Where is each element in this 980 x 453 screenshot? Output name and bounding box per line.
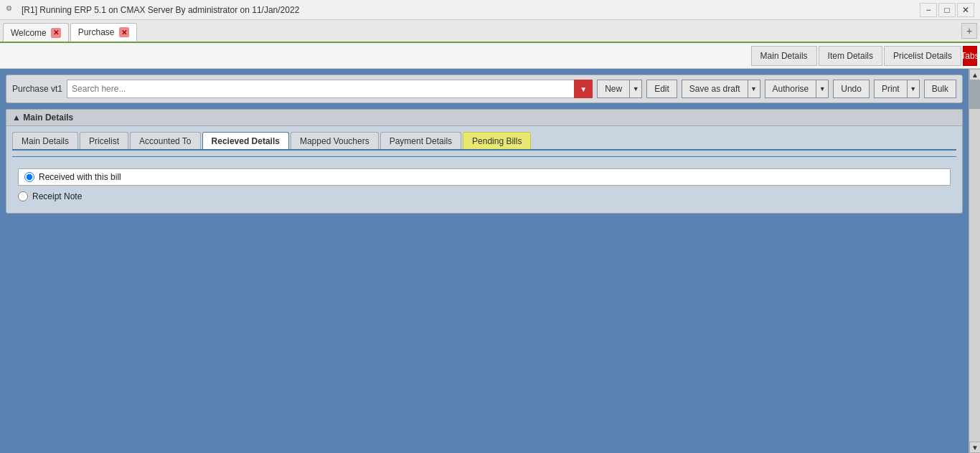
dropdown-arrow-icon: ▼ xyxy=(580,85,587,93)
print-arrow-icon: ▼ xyxy=(910,85,916,92)
content-wrapper: Purchase vt1 ▼ New ▼ Edit Save as draft xyxy=(0,69,969,453)
print-dropdown-arrow[interactable]: ▼ xyxy=(907,80,920,98)
toolbar-tab-tabs[interactable]: Tabs xyxy=(963,46,977,66)
section-header: ▲ Main Details xyxy=(6,109,963,125)
app-icon: ⚙ xyxy=(6,4,17,16)
sub-tab-accounted-to[interactable]: Accounted To xyxy=(130,132,201,149)
tab-purchase-close[interactable]: ✕ xyxy=(119,27,129,37)
authorise-button-group: Authorise ▼ xyxy=(765,80,829,98)
toolbar-tab-tabs-label: Tabs xyxy=(961,51,979,61)
close-button[interactable]: ✕ xyxy=(957,3,974,17)
title-bar-text: [R1] Running ERP 5.1 on CMAX Server By a… xyxy=(22,5,299,15)
search-dropdown-button[interactable]: ▼ xyxy=(574,80,593,98)
inner-panel: Main Details Pricelist Accounted To Reci… xyxy=(6,125,963,214)
new-dropdown-arrow[interactable]: ▼ xyxy=(629,80,642,98)
radio-item-received[interactable]: Received with this bill xyxy=(24,172,121,182)
authorise-button[interactable]: Authorise xyxy=(765,80,816,98)
sub-tab-pricelist[interactable]: Pricelist xyxy=(80,132,128,149)
undo-button[interactable]: Undo xyxy=(833,80,870,98)
tab-add-button[interactable]: + xyxy=(961,23,977,39)
toolbar-tab-main-details[interactable]: Main Details xyxy=(751,46,817,66)
tab-welcome[interactable]: Welcome ✕ xyxy=(3,23,69,42)
authorise-arrow-icon: ▼ xyxy=(819,85,826,92)
section-title: ▲ Main Details xyxy=(12,113,73,123)
tab-purchase-label: Purchase xyxy=(78,27,115,37)
radio-group: Received with this bill Receipt Note xyxy=(12,163,956,207)
tab-purchase[interactable]: Purchase ✕ xyxy=(70,23,137,42)
scrollbar-track xyxy=(969,80,980,442)
tab-bar: Welcome ✕ Purchase ✕ + xyxy=(0,20,980,43)
received-with-bill-row: Received with this bill xyxy=(18,168,951,186)
minimize-button[interactable]: − xyxy=(920,3,937,17)
radio-received-with-bill-label: Received with this bill xyxy=(39,172,121,182)
authorise-dropdown-arrow[interactable]: ▼ xyxy=(816,80,829,98)
sub-tabs: Main Details Pricelist Accounted To Reci… xyxy=(12,132,956,151)
toolbar-tab-item-details[interactable]: Item Details xyxy=(819,46,882,66)
main-area: ▲ ▼ Purchase vt1 ▼ New ▼ Edit xyxy=(0,69,980,453)
save-draft-arrow-icon: ▼ xyxy=(750,85,757,92)
print-button-group: Print ▼ xyxy=(874,80,920,98)
print-button[interactable]: Print xyxy=(874,80,907,98)
scrollbar[interactable]: ▲ ▼ xyxy=(969,69,980,453)
divider xyxy=(12,156,956,157)
maximize-button[interactable]: □ xyxy=(938,3,956,17)
title-bar-controls: − □ ✕ xyxy=(920,3,974,17)
top-toolbar: Main Details Item Details Pricelist Deta… xyxy=(0,43,980,69)
search-input[interactable] xyxy=(67,80,593,98)
search-container: ▼ xyxy=(67,80,593,98)
sub-tab-main-details[interactable]: Main Details xyxy=(12,132,78,149)
scroll-down-arrow[interactable]: ▼ xyxy=(969,442,980,453)
new-button[interactable]: New xyxy=(597,80,629,98)
toolbar-tab-pricelist-details[interactable]: Pricelist Details xyxy=(884,46,961,66)
form-label: Purchase vt1 xyxy=(12,84,62,94)
save-as-draft-button[interactable]: Save as draft xyxy=(682,80,748,98)
scroll-up-arrow[interactable]: ▲ xyxy=(969,69,980,80)
radio-received-with-bill[interactable] xyxy=(24,172,34,182)
sub-tab-pending-bills[interactable]: Pending Bills xyxy=(463,132,531,149)
sub-tab-mapped-vouchers[interactable]: Mapped Vouchers xyxy=(291,132,379,149)
tab-welcome-label: Welcome xyxy=(11,28,47,38)
radio-item-receipt-note[interactable]: Receipt Note xyxy=(18,191,951,201)
radio-receipt-note[interactable] xyxy=(18,191,28,201)
save-as-draft-button-group: Save as draft ▼ xyxy=(682,80,760,98)
new-arrow-icon: ▼ xyxy=(633,85,639,92)
new-button-group: New ▼ xyxy=(597,80,642,98)
sub-tab-recieved-details[interactable]: Recieved Details xyxy=(202,132,289,149)
form-toolbar: Purchase vt1 ▼ New ▼ Edit Save as draft xyxy=(6,75,963,103)
sub-tab-payment-details[interactable]: Payment Details xyxy=(380,132,461,149)
edit-button[interactable]: Edit xyxy=(646,80,677,98)
tab-welcome-close[interactable]: ✕ xyxy=(51,28,61,38)
radio-receipt-note-label: Receipt Note xyxy=(32,191,82,201)
bulk-button[interactable]: Bulk xyxy=(924,80,956,98)
title-bar: ⚙ [R1] Running ERP 5.1 on CMAX Server By… xyxy=(0,0,980,20)
scrollbar-thumb[interactable] xyxy=(969,80,980,109)
save-as-draft-dropdown-arrow[interactable]: ▼ xyxy=(748,80,760,98)
